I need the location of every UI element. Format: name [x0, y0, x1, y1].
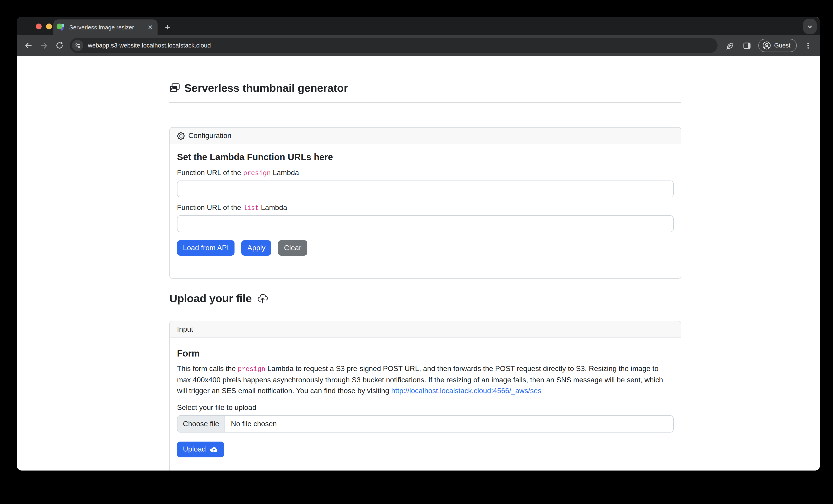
back-arrow-icon — [24, 41, 33, 50]
presign-url-input[interactable] — [177, 180, 674, 197]
close-window-button[interactable] — [36, 24, 42, 29]
choose-file-button[interactable]: Choose file — [177, 416, 225, 432]
lambda-urls-heading: Set the Lambda Function URLs here — [177, 152, 674, 162]
browser-menu-button[interactable] — [801, 38, 816, 53]
reload-button[interactable] — [52, 38, 67, 53]
list-url-input[interactable] — [177, 216, 674, 232]
upload-button-label: Upload — [183, 446, 206, 454]
images-icon — [169, 83, 180, 94]
configuration-card-header: Configuration — [170, 128, 681, 144]
chevron-down-icon — [807, 23, 813, 30]
kebab-menu-icon — [805, 42, 812, 49]
browser-toolbar: webapp.s3-website.localhost.localstack.c… — [17, 35, 820, 56]
input-card: Input Form This form calls the presign L… — [169, 321, 681, 471]
window-controls — [36, 24, 63, 29]
load-from-api-button[interactable]: Load from API — [177, 240, 235, 256]
cloud-upload-icon — [257, 293, 268, 304]
minimize-window-button[interactable] — [46, 24, 52, 29]
presign-url-label: Function URL of the presign Lambda — [177, 169, 674, 177]
browser-window: Serverless image resizer ✕ + — [17, 17, 820, 471]
cloud-upload-fill-icon — [209, 445, 218, 454]
side-panel-button[interactable] — [739, 38, 755, 53]
presign-code: presign — [243, 170, 271, 177]
upload-button[interactable]: Upload — [177, 442, 224, 457]
screen: Serverless image resizer ✕ + — [0, 0, 833, 504]
tab-search-button[interactable] — [803, 19, 817, 34]
profile-button[interactable]: Guest — [758, 39, 797, 52]
active-tab[interactable]: Serverless image resizer ✕ — [53, 20, 158, 35]
side-panel-icon — [743, 42, 751, 50]
select-file-label: Select your file to upload — [177, 404, 674, 412]
list-url-label: Function URL of the list Lambda — [177, 204, 674, 212]
configuration-card: Configuration Set the Lambda Function UR… — [169, 127, 681, 279]
ses-link[interactable]: http://localhost.localstack.cloud:4566/_… — [391, 387, 542, 395]
config-actions: Load from API Apply Clear — [177, 240, 674, 256]
address-bar[interactable]: webapp.s3-website.localhost.localstack.c… — [70, 38, 718, 53]
upload-section-header: Upload your file — [169, 292, 681, 305]
url-text: webapp.s3-website.localhost.localstack.c… — [88, 42, 211, 49]
energy-saver-button[interactable] — [722, 38, 737, 53]
list-code: list — [243, 204, 259, 212]
configuration-card-title: Configuration — [188, 132, 231, 140]
site-settings-button[interactable] — [72, 40, 83, 51]
page-title: Serverless thumbnail generator — [184, 82, 348, 95]
new-tab-button[interactable]: + — [161, 21, 174, 33]
forward-arrow-icon — [40, 41, 48, 50]
plus-icon: + — [165, 22, 170, 32]
apply-button[interactable]: Apply — [241, 240, 271, 256]
leaf-icon — [725, 41, 734, 50]
form-description: This form calls the presign Lambda to re… — [177, 363, 674, 396]
file-input[interactable]: Choose file No file chosen — [177, 415, 674, 432]
person-circle-icon — [762, 41, 771, 50]
back-button[interactable] — [21, 38, 36, 53]
clear-button[interactable]: Clear — [278, 240, 307, 256]
input-card-header: Input — [170, 321, 681, 338]
page-content: Serverless thumbnail generator Configura… — [17, 56, 820, 471]
divider — [169, 102, 681, 103]
close-tab-icon[interactable]: ✕ — [148, 24, 153, 30]
presign-code: presign — [238, 366, 265, 373]
zoom-window-button[interactable] — [56, 24, 63, 29]
input-card-title: Input — [177, 325, 193, 333]
upload-heading: Upload your file — [169, 292, 252, 305]
divider — [169, 312, 681, 313]
tab-strip: Serverless image resizer ✕ + — [17, 17, 820, 35]
forward-button[interactable] — [36, 38, 52, 53]
toolbar-right-cluster: Guest — [722, 38, 816, 53]
tune-icon — [74, 42, 81, 49]
page-header: Serverless thumbnail generator — [169, 82, 681, 95]
file-status-text: No file chosen — [225, 420, 283, 428]
reload-icon — [55, 41, 64, 50]
gear-icon — [177, 132, 185, 140]
profile-label: Guest — [774, 42, 790, 49]
tab-title: Serverless image resizer — [69, 24, 144, 30]
form-heading: Form — [177, 348, 674, 359]
